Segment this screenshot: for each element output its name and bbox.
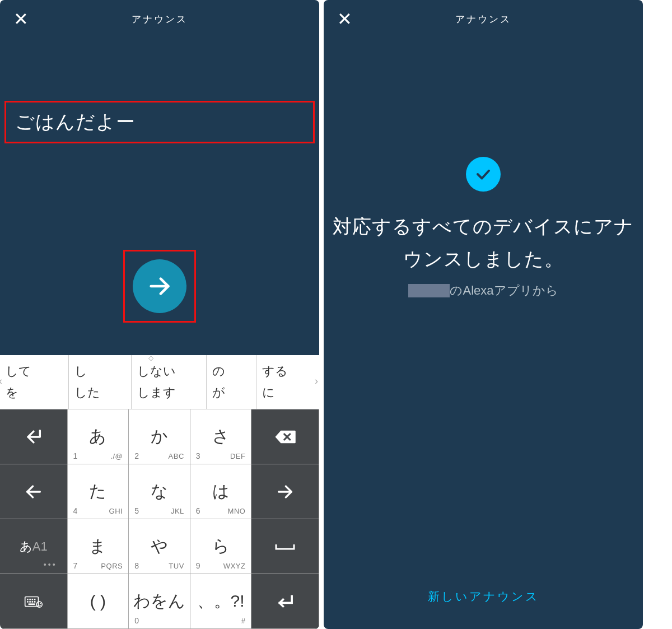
space-key[interactable] xyxy=(251,519,319,574)
svg-rect-7 xyxy=(34,598,36,600)
arrow-right-icon xyxy=(147,273,172,299)
key-sa[interactable]: さ3DEF xyxy=(190,409,252,464)
suggestion[interactable]: するに xyxy=(256,355,319,409)
key-ta[interactable]: た4GHI xyxy=(68,464,129,519)
suggestion[interactable]: しした xyxy=(69,355,132,409)
key-ra[interactable]: ら9WXYZ xyxy=(190,519,252,574)
redacted-name xyxy=(408,284,450,297)
close-button[interactable]: ✕ xyxy=(337,10,357,28)
send-button-highlight xyxy=(123,250,196,323)
announce-input-highlight: ごはんだよー xyxy=(4,101,315,143)
keyboard: ◇ してを しした しないします のが するに あ1./@ か2ABC さ3DE… xyxy=(0,355,319,629)
close-button[interactable]: ✕ xyxy=(13,10,34,28)
input-mode-key[interactable]: あA1••• xyxy=(0,519,68,574)
left-arrow-key[interactable] xyxy=(0,464,68,519)
header-title: アナウンス xyxy=(13,13,306,26)
header: ✕ アナウンス xyxy=(324,0,643,34)
svg-rect-10 xyxy=(31,601,33,603)
compose-screen: ✕ アナウンス ごはんだよー ◇ してを しした しないします のが するに あ… xyxy=(0,0,319,629)
keyboard-emoji-icon xyxy=(24,592,43,611)
key-wa[interactable]: わをん0 xyxy=(129,574,190,629)
key-ka[interactable]: か2ABC xyxy=(129,409,190,464)
suggestion[interactable]: のが xyxy=(207,355,256,409)
arrow-right-icon xyxy=(276,482,295,501)
svg-point-14 xyxy=(38,603,39,604)
suggestion[interactable]: してを xyxy=(0,355,69,409)
keyboard-switch-key[interactable] xyxy=(0,574,68,629)
enter-key[interactable] xyxy=(251,574,319,629)
enter-icon xyxy=(276,592,295,611)
key-na[interactable]: な5JKL xyxy=(129,464,190,519)
arrow-left-icon xyxy=(24,482,43,501)
header-title: アナウンス xyxy=(337,13,629,26)
svg-rect-9 xyxy=(29,601,31,603)
undo-key[interactable] xyxy=(0,409,68,464)
backspace-key[interactable] xyxy=(251,409,319,464)
header: ✕ アナウンス xyxy=(0,0,319,34)
key-a[interactable]: あ1./@ xyxy=(68,409,129,464)
source-text: のAlexaアプリから xyxy=(408,282,558,299)
key-ma[interactable]: ま7PQRS xyxy=(68,519,129,574)
svg-point-13 xyxy=(36,602,42,607)
key-punct[interactable]: 、。?!# xyxy=(190,574,252,629)
key-paren[interactable]: ( ) xyxy=(68,574,129,629)
suggestion[interactable]: しないします xyxy=(132,355,207,409)
svg-point-15 xyxy=(40,603,41,604)
space-icon xyxy=(274,540,296,553)
key-ha[interactable]: は6MNO xyxy=(190,464,252,519)
undo-icon xyxy=(24,427,43,446)
svg-rect-6 xyxy=(31,598,33,600)
confirmation-screen: ✕ アナウンス 対応するすべてのデバイスにアナウンスしました。 のAlexaアプ… xyxy=(324,0,643,629)
svg-rect-11 xyxy=(34,601,36,603)
key-ya[interactable]: や8TUV xyxy=(129,519,190,574)
backspace-icon xyxy=(273,428,297,445)
new-announce-link[interactable]: 新しいアナウンス xyxy=(428,589,539,604)
check-icon xyxy=(475,166,492,183)
svg-rect-8 xyxy=(27,601,29,603)
right-arrow-key[interactable] xyxy=(251,464,319,519)
announce-input[interactable]: ごはんだよー xyxy=(15,109,304,135)
caret-icon: ◇ xyxy=(148,354,153,362)
success-check-icon xyxy=(466,157,501,192)
svg-rect-12 xyxy=(28,603,35,605)
svg-rect-4 xyxy=(27,598,29,600)
send-button[interactable] xyxy=(133,259,186,313)
svg-rect-5 xyxy=(29,598,31,600)
success-message: 対応するすべてのデバイスにアナウンスしました。 xyxy=(329,211,637,276)
suggestion-bar: ◇ してを しした しないします のが するに xyxy=(0,355,319,409)
